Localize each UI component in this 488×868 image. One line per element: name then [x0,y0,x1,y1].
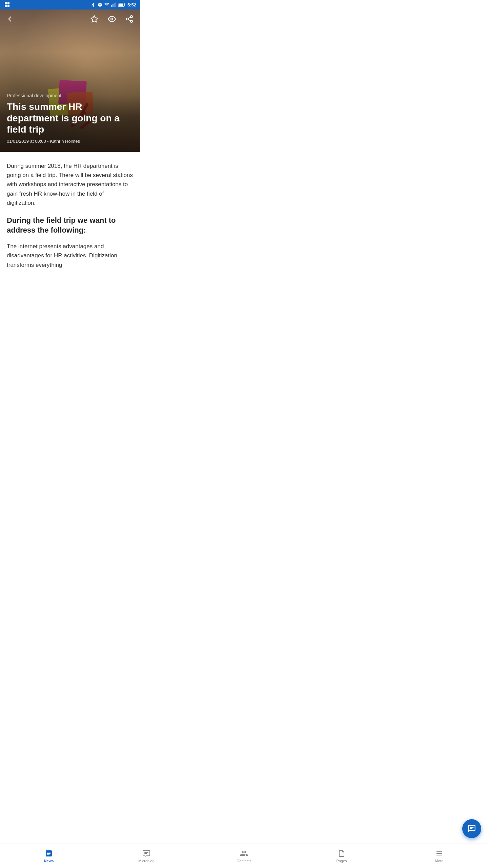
hero-text-overlay: Professional development This summer HR … [0,87,140,152]
time-display: 5:52 [127,2,136,7]
dnd-icon [98,2,102,7]
app-icon [4,2,10,8]
bluetooth-icon [91,2,96,7]
svg-rect-6 [111,5,112,7]
svg-rect-9 [115,3,116,7]
svg-point-17 [130,20,133,22]
svg-rect-7 [113,4,113,7]
svg-rect-1 [7,2,9,4]
status-bar-left [4,2,10,8]
article-body-text: The internet presents advantages and dis… [7,242,134,270]
battery-icon [118,3,125,7]
svg-point-14 [111,18,113,20]
svg-marker-13 [91,16,98,22]
share-button[interactable] [124,14,135,26]
svg-rect-0 [5,2,7,4]
svg-rect-8 [114,3,115,7]
eye-button[interactable] [106,14,117,26]
signal-icon [111,2,116,7]
article-meta: 01/01/2019 at 00:00 - Kathrin Holmes [7,139,134,144]
back-button[interactable] [5,14,16,26]
svg-rect-11 [118,4,123,6]
svg-rect-3 [7,5,9,7]
wifi-icon [104,2,109,7]
svg-point-15 [130,16,133,18]
article-title: This summer HR department is going on a … [7,101,134,135]
svg-rect-12 [124,4,125,6]
status-bar-right: 5:52 [91,2,136,7]
article-category: Professional development [7,93,134,98]
status-bar: 5:52 [0,0,140,9]
svg-rect-2 [5,5,7,7]
article-intro: During summer 2018, the HR department is… [7,161,134,208]
bookmark-button[interactable] [89,14,100,26]
svg-rect-5 [99,4,101,5]
hero-nav-actions [89,14,135,26]
svg-line-19 [128,17,131,19]
svg-line-18 [128,20,131,21]
svg-point-16 [126,18,128,20]
article-body: During summer 2018, the HR department is… [0,152,140,276]
article-header-nav [0,9,140,31]
article-subheading: During the field trip we want to address… [7,216,134,235]
hero-image: Professional development This summer HR … [0,9,140,152]
